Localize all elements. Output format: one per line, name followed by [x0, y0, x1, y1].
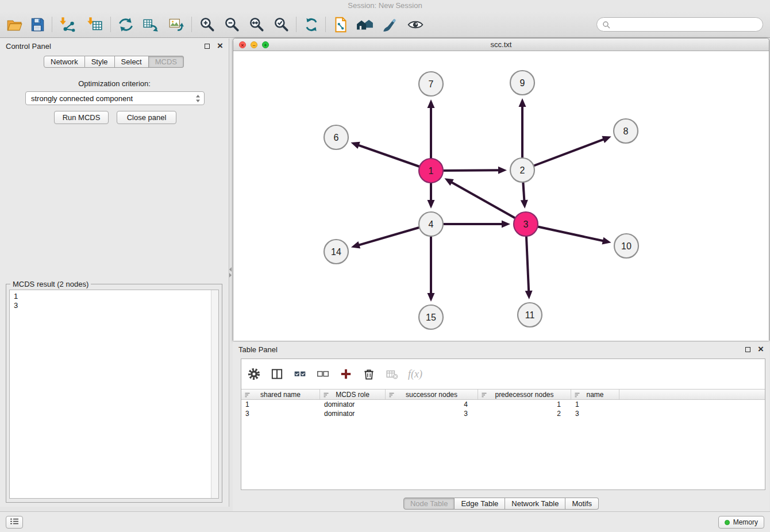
column-settings-button[interactable] [244, 364, 264, 384]
network-table-button[interactable] [140, 13, 161, 36]
tab-style[interactable]: Style [85, 56, 115, 68]
sort-icon [323, 392, 329, 398]
toolbar-separator [52, 17, 52, 32]
mcds-result-box[interactable]: 13 [9, 290, 219, 499]
mcds-result-line: 1 [14, 292, 206, 301]
network-window-titlebar[interactable]: × – + scc.txt [233, 38, 769, 51]
table-panel-header: Table Panel × [233, 342, 769, 357]
tab-motifs[interactable]: Motifs [565, 498, 599, 510]
memory-button[interactable]: Memory [718, 516, 764, 529]
tab-network-table[interactable]: Network Table [505, 498, 565, 510]
result-scrollbar[interactable] [211, 290, 218, 498]
home-icon [356, 16, 374, 33]
tab-network[interactable]: Network [44, 56, 85, 68]
graph-node-10[interactable]: 10 [614, 234, 638, 258]
graph-node-7[interactable]: 7 [419, 72, 443, 96]
table-cell: 3 [241, 410, 320, 418]
criterion-dropdown[interactable]: strongly connected component [25, 91, 205, 105]
zoom-in-icon [198, 16, 215, 33]
function-builder-button[interactable]: f(x) [405, 364, 426, 384]
network-arrows-button[interactable] [115, 13, 137, 36]
network-arrows-icon [117, 16, 134, 33]
column-header-successor-nodes[interactable]: successor nodes [386, 390, 478, 399]
zoom-out-button[interactable] [221, 13, 242, 36]
graph-edge-3-10[interactable] [526, 224, 611, 244]
zoom-fit-button[interactable] [245, 13, 267, 36]
show-columns-button[interactable] [267, 364, 287, 384]
close-panel-icon[interactable]: × [217, 42, 223, 50]
titlebar: Session: New Session [0, 0, 770, 11]
open-session-button[interactable] [3, 13, 25, 36]
style-brush-button[interactable] [379, 13, 401, 36]
gear-icon [247, 367, 261, 381]
mcds-result-line: 3 [14, 301, 206, 310]
import-network-button[interactable] [56, 13, 78, 36]
add-column-button[interactable] [336, 364, 356, 384]
close-panel-button[interactable]: Close panel [117, 111, 176, 124]
delete-column-button[interactable] [359, 364, 379, 384]
tab-edge-table[interactable]: Edge Table [455, 498, 505, 510]
deselect-all-button[interactable] [313, 364, 333, 384]
delete-table-button[interactable] [382, 364, 402, 384]
status-bar: Memory [0, 511, 770, 532]
refresh-button[interactable] [301, 13, 322, 36]
select-all-button[interactable] [290, 364, 310, 384]
search-input[interactable] [613, 21, 757, 29]
mcds-result-lines: 13 [10, 290, 210, 498]
graph-edge-2-8[interactable] [522, 136, 611, 170]
network-file-button[interactable] [330, 13, 352, 36]
list-icon [10, 518, 19, 525]
memory-label: Memory [733, 518, 758, 526]
graph-node-15[interactable]: 15 [419, 305, 443, 329]
zoom-window-icon[interactable]: + [262, 41, 269, 48]
graph-edges [351, 98, 611, 302]
control-panel-header: Control Panel × [0, 38, 229, 53]
run-mcds-button[interactable]: Run MCDS [54, 111, 109, 124]
graph-node-6[interactable]: 6 [324, 125, 348, 149]
graph-edge-1-6[interactable] [351, 142, 431, 171]
float-panel-icon[interactable] [205, 44, 210, 49]
visibility-button[interactable] [405, 13, 426, 36]
svg-text:9: 9 [520, 78, 525, 88]
graph-node-11[interactable]: 11 [518, 303, 542, 327]
network-window-title: scc.txt [491, 40, 512, 49]
control-panel: Control Panel × NetworkStyleSelectMCDS O… [0, 38, 229, 507]
close-window-icon[interactable]: × [239, 41, 246, 48]
export-image-button[interactable] [165, 13, 187, 36]
close-table-panel-icon[interactable]: × [758, 345, 764, 353]
column-header-name[interactable]: name [571, 390, 619, 399]
minimize-window-icon[interactable]: – [251, 41, 257, 48]
save-session-button[interactable] [26, 13, 48, 36]
graph-node-9[interactable]: 9 [510, 71, 534, 95]
dropdown-stepper-icon [195, 94, 201, 103]
neighbors-button[interactable] [354, 13, 376, 36]
table-row[interactable]: 3dominator323 [241, 409, 765, 418]
graph-node-1[interactable]: 1 [419, 159, 443, 183]
zoom-selected-button[interactable] [270, 13, 292, 36]
panels-toggle-button[interactable] [6, 516, 23, 529]
tab-mcds[interactable]: MCDS [149, 56, 184, 68]
graph-node-3[interactable]: 3 [514, 212, 538, 236]
zoom-in-button[interactable] [196, 13, 218, 36]
svg-text:10: 10 [621, 241, 632, 251]
table-cell: 1 [478, 400, 571, 408]
graph-node-8[interactable]: 8 [614, 119, 638, 143]
tab-node-table[interactable]: Node Table [403, 498, 455, 510]
zoom-out-icon [223, 16, 240, 33]
tab-select[interactable]: Select [115, 56, 149, 68]
graph-node-14[interactable]: 14 [324, 240, 348, 264]
graph-edge-3-1[interactable] [445, 178, 526, 224]
graph-node-2[interactable]: 2 [510, 158, 534, 182]
svg-text:6: 6 [334, 133, 339, 142]
column-header-shared-name[interactable]: shared name [241, 390, 320, 399]
column-header-predecessor-nodes[interactable]: predecessor nodes [478, 390, 571, 399]
toolbar-separator [325, 17, 326, 32]
columns-icon [270, 367, 284, 381]
table-row[interactable]: 1dominator411 [241, 400, 765, 409]
svg-text:2: 2 [520, 165, 525, 175]
network-view[interactable]: 7968124314101511 [233, 51, 769, 341]
import-table-button[interactable] [84, 13, 106, 36]
column-header-MCDS-role[interactable]: MCDS role [320, 390, 386, 399]
float-table-panel-icon[interactable] [745, 347, 750, 352]
graph-node-4[interactable]: 4 [419, 212, 443, 236]
